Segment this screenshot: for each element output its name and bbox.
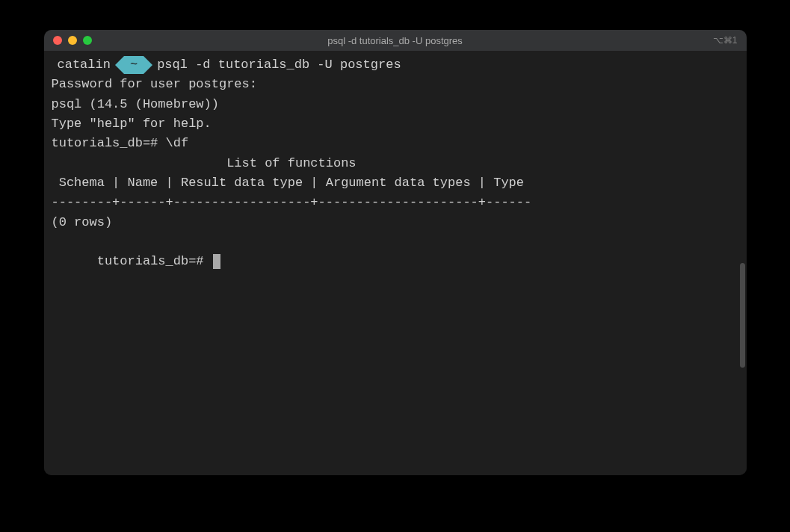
cursor-icon [213, 254, 220, 269]
psql-prompt-text: tutorials_db=# [97, 254, 212, 268]
close-icon[interactable] [53, 36, 62, 45]
title-bar: psql -d tutorials_db -U postgres ⌥⌘1 [44, 30, 747, 51]
minimize-icon[interactable] [68, 36, 77, 45]
terminal-window: psql -d tutorials_db -U postgres ⌥⌘1 cat… [44, 30, 747, 475]
psql-active-prompt: tutorials_db=# [52, 232, 739, 291]
prompt-badge: ~ [124, 56, 144, 74]
prompt-command: psql -d tutorials_db -U postgres [157, 55, 401, 75]
table-divider: --------+------+------------------+-----… [52, 193, 739, 212]
row-count: (0 rows) [52, 213, 739, 232]
traffic-lights [53, 36, 92, 45]
output-line: Type "help" for help. [52, 114, 739, 134]
shell-prompt-line: catalin ~ psql -d tutorials_db -U postgr… [52, 55, 739, 75]
output-line: psql (14.5 (Homebrew)) [52, 95, 739, 114]
output-line: Password for user postgres: [52, 75, 739, 94]
output-line: List of functions [52, 154, 739, 173]
psql-prompt-line: tutorials_db=# \df [52, 134, 739, 153]
scrollbar-thumb[interactable] [740, 263, 745, 368]
maximize-icon[interactable] [83, 36, 92, 45]
tab-indicator: ⌥⌘1 [713, 35, 738, 46]
prompt-user: catalin [52, 55, 114, 75]
window-title: psql -d tutorials_db -U postgres [327, 35, 463, 46]
terminal-body[interactable]: catalin ~ psql -d tutorials_db -U postgr… [44, 51, 747, 475]
table-header: Schema | Name | Result data type | Argum… [52, 173, 739, 193]
